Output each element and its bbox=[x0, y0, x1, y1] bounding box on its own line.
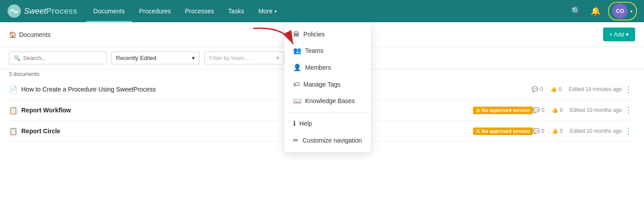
doc-icon: 📋 bbox=[9, 127, 18, 135]
dropdown-divider bbox=[284, 112, 371, 112]
like-count: 👍 0 bbox=[552, 128, 563, 134]
dropdown-item-help[interactable]: ℹ Help bbox=[284, 115, 371, 132]
comment-count: 💬 0 bbox=[533, 107, 545, 113]
home-icon: 🏠 bbox=[9, 31, 16, 38]
dropdown-item-members[interactable]: 👤 Members bbox=[284, 59, 371, 76]
dropdown-label-customize-nav: Customize navigation bbox=[302, 137, 362, 144]
doc-title[interactable]: Report Workflow bbox=[21, 107, 469, 114]
user-menu[interactable]: CO ▾ bbox=[608, 2, 637, 20]
manage-tags-icon: 🏷 bbox=[293, 80, 300, 88]
customize-nav-icon: ✏ bbox=[293, 136, 299, 144]
doc-options-button[interactable]: ⋮ bbox=[622, 84, 635, 94]
search-input[interactable] bbox=[23, 55, 102, 61]
navbar-right: 🔍 🔔 CO ▾ bbox=[569, 2, 637, 20]
user-chevron-icon: ▾ bbox=[630, 9, 632, 14]
help-icon: ℹ bbox=[293, 119, 296, 127]
nav-procedures[interactable]: Procedures bbox=[132, 0, 178, 22]
user-avatar: CO bbox=[612, 4, 628, 19]
sweetprocess-logo bbox=[7, 4, 21, 18]
dropdown-label-teams: Teams bbox=[305, 47, 323, 54]
no-approved-badge: ⚠ No approved version bbox=[473, 107, 533, 114]
nav-tasks[interactable]: Tasks bbox=[221, 0, 251, 22]
dropdown-label-members: Members bbox=[305, 64, 331, 71]
nav-processes[interactable]: Processes bbox=[178, 0, 221, 22]
teams-icon: 👥 bbox=[293, 47, 302, 55]
brand-logo-area[interactable]: SweetProcess bbox=[7, 4, 77, 18]
comment-count: 💬 0 bbox=[532, 86, 543, 92]
recently-edited-chevron: ▾ bbox=[192, 55, 195, 61]
search-icon: 🔍 bbox=[14, 55, 20, 61]
doc-meta: 💬 0 👍 0 Edited 10 months ago bbox=[533, 107, 622, 113]
policies-icon: 🏛 bbox=[293, 30, 300, 38]
dropdown-label-policies: Policies bbox=[303, 31, 325, 38]
doc-meta: 💬 0 👍 0 Edited 14 minutes ago bbox=[532, 86, 622, 92]
dropdown-item-policies[interactable]: 🏛 Policies bbox=[284, 26, 371, 42]
doc-icon: 📄 bbox=[9, 85, 18, 94]
doc-options-button[interactable]: ⋮ bbox=[622, 126, 635, 136]
add-button[interactable]: + Add ▾ bbox=[603, 28, 635, 41]
filter-by-team-select[interactable]: Filter by team... ▾ bbox=[204, 52, 284, 64]
dropdown-item-knowledge-bases[interactable]: 📖 Knowledge Bases bbox=[284, 92, 371, 109]
nav-more[interactable]: More ▾ bbox=[251, 0, 284, 22]
doc-title[interactable]: Report Circle bbox=[21, 127, 469, 135]
doc-options-button[interactable]: ⋮ bbox=[622, 105, 635, 115]
doc-icon: 📋 bbox=[9, 106, 18, 115]
dropdown-label-manage-tags: Manage Tags bbox=[303, 81, 341, 88]
dropdown-label-help: Help bbox=[299, 120, 312, 127]
search-box[interactable]: 🔍 bbox=[9, 52, 107, 64]
knowledge-bases-icon: 📖 bbox=[293, 97, 302, 105]
recently-edited-filter[interactable]: Recently Edited ▾ bbox=[111, 52, 200, 64]
edited-time: Edited 10 months ago bbox=[570, 107, 622, 113]
filter-team-chevron: ▾ bbox=[276, 55, 279, 61]
notifications-button[interactable]: 🔔 bbox=[588, 4, 603, 18]
nav-documents[interactable]: Documents bbox=[86, 0, 132, 22]
dropdown-item-customize-nav[interactable]: ✏ Customize navigation bbox=[284, 132, 371, 149]
comment-count: 💬 0 bbox=[533, 128, 545, 134]
like-count: 👍 0 bbox=[552, 107, 563, 113]
members-icon: 👤 bbox=[293, 64, 302, 72]
top-navbar: SweetProcess Documents Procedures Proces… bbox=[0, 0, 644, 22]
edited-time: Edited 14 minutes ago bbox=[569, 86, 622, 92]
like-count: 👍 0 bbox=[550, 86, 562, 92]
brand-name: SweetProcess bbox=[24, 7, 77, 16]
breadcrumb: 🏠 Documents bbox=[9, 31, 51, 38]
doc-title[interactable]: How to Create a Procedure Using SweetPro… bbox=[21, 86, 532, 93]
more-dropdown-menu: 🏛 Policies 👥 Teams 👤 Members 🏷 Manage Ta… bbox=[284, 22, 371, 152]
dropdown-item-manage-tags[interactable]: 🏷 Manage Tags bbox=[284, 76, 371, 92]
doc-meta: 💬 0 👍 0 Edited 10 months ago bbox=[533, 128, 622, 134]
edited-time: Edited 10 months ago bbox=[570, 128, 622, 134]
more-dropdown-arrow: ▾ bbox=[274, 9, 277, 14]
no-approved-badge: ⚠ No approved version bbox=[473, 127, 533, 135]
search-nav-button[interactable]: 🔍 bbox=[569, 4, 583, 18]
dropdown-item-teams[interactable]: 👥 Teams bbox=[284, 42, 371, 59]
breadcrumb-label: Documents bbox=[19, 31, 51, 38]
dropdown-label-knowledge-bases: Knowledge Bases bbox=[305, 97, 355, 104]
nav-links: Documents Procedures Processes Tasks Mor… bbox=[86, 0, 569, 22]
